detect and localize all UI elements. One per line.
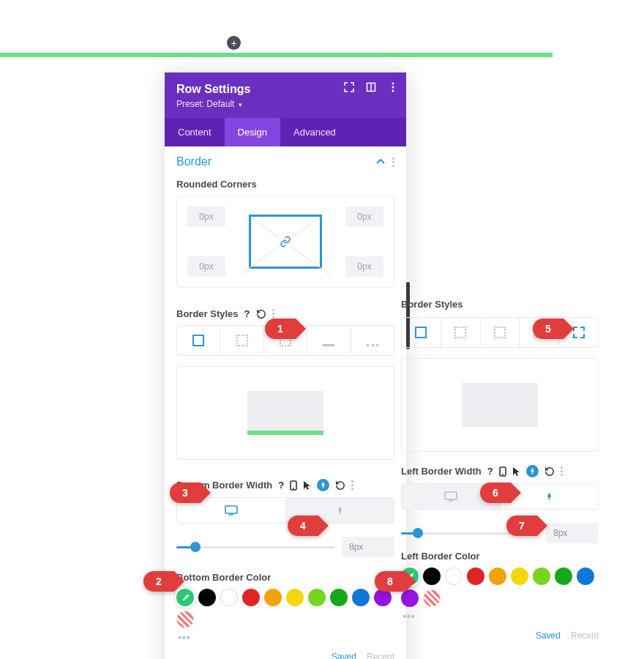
reset-icon[interactable] bbox=[544, 466, 555, 477]
svg-point-9 bbox=[272, 313, 274, 315]
kebab-icon[interactable] bbox=[561, 466, 563, 476]
callout-5: 5 bbox=[533, 319, 564, 339]
svg-point-6 bbox=[392, 161, 394, 163]
color-swatch[interactable] bbox=[511, 567, 528, 585]
border-styles-label: Border Styles bbox=[401, 299, 599, 310]
border-preview bbox=[401, 358, 599, 452]
left-color-swatches bbox=[401, 567, 599, 607]
reset-icon[interactable] bbox=[335, 480, 345, 491]
kebab-icon[interactable] bbox=[272, 309, 274, 319]
svg-point-14 bbox=[351, 484, 353, 486]
svg-point-24 bbox=[561, 474, 563, 476]
kebab-icon[interactable] bbox=[387, 81, 399, 93]
cursor-icon[interactable] bbox=[512, 466, 520, 477]
border-styles-label: Border Styles ? bbox=[176, 308, 394, 319]
recent-colors-tab[interactable]: Recent bbox=[367, 652, 394, 659]
kebab-icon[interactable] bbox=[392, 157, 394, 167]
svg-point-7 bbox=[392, 165, 394, 167]
left-border-color-label: Left Border Color bbox=[401, 551, 599, 562]
tab-advanced[interactable]: Advanced bbox=[280, 118, 349, 146]
help-icon[interactable]: ? bbox=[278, 480, 284, 491]
section-title: Border bbox=[176, 155, 211, 168]
color-swatch[interactable] bbox=[423, 567, 441, 585]
left-border-width-block: Left Border Width ? bbox=[401, 465, 599, 543]
transparent-swatch[interactable] bbox=[176, 611, 194, 628]
svg-point-2 bbox=[392, 83, 394, 85]
recent-colors-tab[interactable]: Recent bbox=[571, 630, 599, 641]
svg-rect-16 bbox=[225, 506, 237, 513]
more-colors-button[interactable]: ••• bbox=[176, 628, 394, 647]
svg-point-3 bbox=[392, 86, 394, 89]
border-right-button[interactable] bbox=[481, 318, 520, 347]
callout-8: 8 bbox=[375, 571, 405, 592]
corner-top-right-input[interactable] bbox=[345, 206, 383, 227]
color-swatch[interactable] bbox=[220, 589, 238, 606]
corners-link-box bbox=[249, 215, 322, 269]
svg-point-5 bbox=[392, 157, 394, 160]
help-icon[interactable]: ? bbox=[244, 308, 250, 319]
chevron-down-icon: ▾ bbox=[239, 101, 242, 108]
preset-selector[interactable]: Preset: Default ▾ bbox=[176, 99, 394, 109]
border-all-button[interactable] bbox=[402, 318, 441, 347]
corner-bottom-left-input[interactable] bbox=[187, 256, 225, 277]
saved-colors-tab[interactable]: Saved bbox=[332, 652, 356, 659]
border-preview bbox=[176, 366, 394, 460]
link-icon[interactable] bbox=[277, 234, 293, 250]
rounded-corners-label: Rounded Corners bbox=[176, 179, 394, 190]
color-swatch[interactable] bbox=[352, 589, 370, 606]
color-swatch[interactable] bbox=[330, 589, 348, 606]
pin-icon[interactable] bbox=[526, 465, 539, 477]
saved-colors-tab[interactable]: Saved bbox=[536, 630, 561, 641]
tab-content[interactable]: Content bbox=[165, 118, 225, 146]
border-top-button[interactable] bbox=[441, 318, 481, 347]
color-swatch[interactable] bbox=[401, 589, 419, 607]
pin-icon[interactable] bbox=[317, 479, 329, 491]
tab-design[interactable]: Design bbox=[225, 118, 280, 146]
phone-icon[interactable] bbox=[499, 466, 506, 477]
color-swatch[interactable] bbox=[242, 589, 260, 606]
color-swatch[interactable] bbox=[445, 567, 463, 585]
color-swatch[interactable] bbox=[198, 589, 216, 606]
bottom-width-input[interactable] bbox=[342, 537, 394, 557]
color-swatch[interactable] bbox=[489, 567, 506, 585]
section-border-header[interactable]: Border bbox=[165, 146, 406, 174]
more-colors-button[interactable]: ••• bbox=[401, 607, 599, 626]
color-swatch[interactable] bbox=[286, 589, 304, 606]
border-left-button[interactable] bbox=[351, 326, 394, 355]
left-width-input[interactable] bbox=[546, 523, 599, 543]
color-swatch[interactable] bbox=[264, 589, 282, 606]
snap-icon[interactable] bbox=[365, 81, 377, 93]
bottom-color-swatches bbox=[176, 589, 394, 628]
cursor-icon[interactable] bbox=[303, 480, 311, 491]
callout-7: 7 bbox=[506, 515, 537, 536]
corner-top-left-input[interactable] bbox=[187, 206, 225, 227]
svg-point-23 bbox=[561, 470, 563, 472]
color-swatch[interactable] bbox=[577, 567, 594, 585]
color-swatch[interactable] bbox=[555, 567, 572, 585]
phone-icon[interactable] bbox=[290, 480, 297, 491]
bottom-width-slider[interactable] bbox=[176, 546, 334, 548]
color-swatch[interactable] bbox=[533, 567, 550, 585]
help-icon[interactable]: ? bbox=[487, 466, 493, 477]
svg-point-13 bbox=[351, 480, 353, 483]
svg-point-4 bbox=[392, 90, 394, 92]
rounded-corners-control bbox=[176, 196, 394, 288]
kebab-icon[interactable] bbox=[351, 480, 353, 490]
reset-icon[interactable] bbox=[256, 309, 266, 319]
callout-2: 2 bbox=[143, 571, 174, 592]
corner-bottom-right-input[interactable] bbox=[345, 256, 383, 277]
collapse-icon[interactable] bbox=[376, 159, 385, 165]
border-top-button[interactable] bbox=[220, 326, 263, 355]
callout-6: 6 bbox=[480, 483, 511, 503]
transparent-swatch[interactable] bbox=[423, 589, 441, 607]
color-swatch[interactable] bbox=[308, 589, 326, 606]
expand-icon[interactable] bbox=[343, 81, 355, 93]
border-all-button[interactable] bbox=[177, 326, 220, 355]
color-swatch[interactable] bbox=[467, 567, 484, 585]
add-section-button[interactable]: + bbox=[227, 36, 241, 50]
preview-shape bbox=[462, 383, 538, 427]
left-border-width-label: Left Border Width ? bbox=[401, 465, 599, 477]
border-bottom-button[interactable] bbox=[307, 326, 351, 355]
insertion-bar bbox=[0, 53, 553, 57]
left-border-color-block: Left Border Color ••• Saved Recent bbox=[401, 551, 599, 641]
